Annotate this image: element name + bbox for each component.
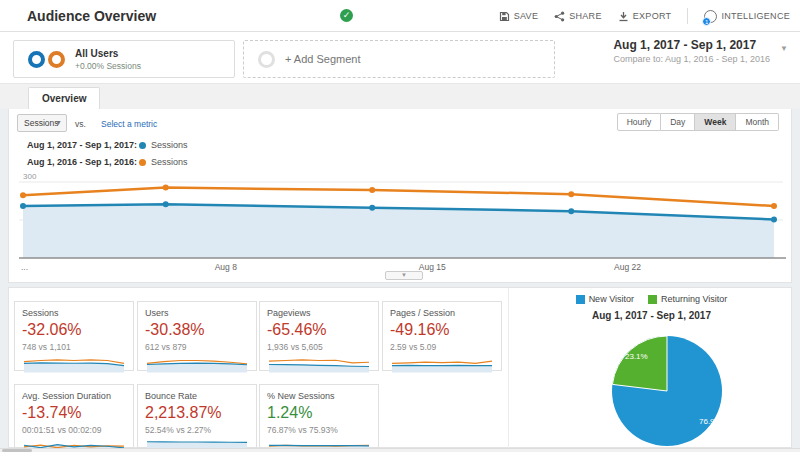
svg-text:76.9%: 76.9%	[699, 417, 722, 426]
metric-card-pageviews: Pageviews-65.46%1,936 vs 5,605	[259, 301, 379, 371]
legend-dot-blue-icon	[139, 142, 146, 149]
export-label: EXPORT	[633, 11, 672, 21]
app-header: Audience Overview ✓ SAVE SHARE EXPORT 1 …	[0, 0, 800, 32]
metric-sparkline	[390, 355, 494, 373]
save-button[interactable]: SAVE	[499, 11, 539, 22]
legend-series-label: Sessions	[151, 140, 188, 150]
date-range-compare: Compare to: Aug 1, 2016 - Sep 1, 2016	[613, 54, 770, 64]
svg-text:23.1%: 23.1%	[625, 352, 648, 361]
visitor-type-pie-chart: 76.9%23.1%	[584, 325, 734, 449]
metric-delta: -32.06%	[22, 321, 126, 339]
granularity-day-button[interactable]: Day	[661, 113, 695, 131]
vs-label: vs.	[75, 119, 86, 129]
metric-delta: -13.74%	[22, 404, 126, 422]
metric-sparkline	[267, 355, 371, 373]
date-range-primary: Aug 1, 2017 - Sep 1, 2017	[613, 38, 770, 52]
metric-comparison: 2.59 vs 5.09	[390, 342, 494, 352]
metric-title: Pageviews	[267, 308, 371, 318]
metric-card-pages-session: Pages / Session-49.16%2.59 vs 5.09	[382, 301, 502, 371]
new-visitor-swatch-icon	[576, 295, 585, 304]
metric-delta: -30.38%	[145, 321, 249, 339]
metric-card-avg-session-duration: Avg. Session Duration-13.74%00:01:51 vs …	[14, 384, 134, 448]
metric-comparison: 612 vs 879	[145, 342, 249, 352]
horizontal-scrollbar	[0, 448, 800, 452]
granularity-toggle: Hourly Day Week Month	[617, 113, 779, 131]
metric-delta: 1.24%	[267, 404, 371, 422]
metric-title: % New Sessions	[267, 391, 371, 401]
date-range-selector[interactable]: Aug 1, 2017 - Sep 1, 2017 Compare to: Au…	[613, 38, 770, 64]
tab-overview[interactable]: Overview	[28, 87, 100, 109]
legend-row-current: Aug 1, 2017 - Sep 1, 2017: Sessions	[27, 140, 188, 150]
metric-title: Avg. Session Duration	[22, 391, 126, 401]
header-separator	[687, 8, 688, 24]
add-segment-label: + Add Segment	[285, 53, 361, 65]
select-a-metric-link[interactable]: Select a metric	[101, 119, 157, 129]
metrics-and-pie-panel: Sessions-32.06%748 vs 1,101Users-30.38%6…	[8, 287, 792, 448]
svg-text:Aug 22: Aug 22	[614, 262, 641, 272]
metric-delta: -49.16%	[390, 321, 494, 339]
metric-card--new-sessions: % New Sessions1.24%76.87% vs 75.93%	[259, 384, 379, 448]
pie-legend: New Visitor Returning Visitor	[514, 294, 789, 304]
metric-dropdown-caret-icon: ▼	[55, 115, 62, 131]
export-button[interactable]: EXPORT	[618, 11, 672, 22]
metric-delta: 2,213.87%	[145, 404, 249, 422]
pie-date-title: Aug 1, 2017 - Sep 1, 2017	[514, 310, 789, 321]
intelligence-badge: 1	[702, 17, 711, 26]
returning-visitor-label: Returning Visitor	[661, 294, 727, 304]
sessions-line-chart: 150300...Aug 8Aug 15Aug 22	[11, 170, 791, 272]
segment-title: All Users	[75, 48, 141, 59]
legend-series-label: Sessions	[151, 157, 188, 167]
svg-text:300: 300	[23, 172, 37, 181]
tab-band: Overview	[0, 84, 800, 109]
metric-dropdown[interactable]: Sessions ▼	[17, 114, 67, 132]
returning-visitor-swatch-icon	[648, 295, 657, 304]
header-actions: SAVE SHARE EXPORT 1 INTELLIGENCE	[499, 0, 790, 32]
new-visitor-label: New Visitor	[589, 294, 634, 304]
segment-subtitle: +0.00% Sessions	[75, 61, 141, 71]
svg-text:...: ...	[21, 262, 28, 272]
metric-comparison: 76.87% vs 75.93%	[267, 425, 371, 435]
metric-comparison: 52.54% vs 2.27%	[145, 425, 249, 435]
share-button[interactable]: SHARE	[554, 11, 602, 22]
segment-donut-orange-icon	[48, 51, 65, 68]
metric-sparkline	[22, 355, 126, 373]
granularity-hourly-button[interactable]: Hourly	[617, 113, 662, 131]
share-icon	[554, 11, 565, 22]
chart-collapse-handle[interactable]: ▼	[385, 271, 423, 280]
metric-title: Sessions	[22, 308, 126, 318]
segment-all-users[interactable]: All Users +0.00% Sessions	[13, 40, 235, 78]
svg-text:Aug 15: Aug 15	[419, 262, 446, 272]
legend-row-previous: Aug 1, 2016 - Sep 1, 2016: Sessions	[27, 157, 188, 167]
metric-comparison: 748 vs 1,101	[22, 342, 126, 352]
pie-legend-new-visitor: New Visitor	[576, 294, 634, 304]
metric-title: Bounce Rate	[145, 391, 249, 401]
granularity-month-button[interactable]: Month	[736, 113, 779, 131]
metric-title: Users	[145, 308, 249, 318]
svg-text:Aug 8: Aug 8	[215, 262, 237, 272]
metric-delta: -65.46%	[267, 321, 371, 339]
segments-band: All Users +0.00% Sessions + Add Segment …	[0, 32, 800, 84]
export-download-icon	[618, 11, 629, 22]
page-title: Audience Overview	[27, 8, 156, 24]
panel-divider	[508, 288, 509, 449]
metric-comparison: 00:01:51 vs 00:02:09	[22, 425, 126, 435]
date-range-caret-icon[interactable]: ▼	[780, 44, 788, 53]
share-label: SHARE	[569, 11, 602, 21]
granularity-week-button[interactable]: Week	[695, 113, 736, 131]
legend-dot-orange-icon	[139, 159, 146, 166]
legend-date-label: Aug 1, 2016 - Sep 1, 2016:	[27, 157, 139, 167]
chart-panel: Sessions ▼ vs. Select a metric Hourly Da…	[8, 109, 792, 283]
save-label: SAVE	[514, 11, 539, 21]
intelligence-label: INTELLIGENCE	[721, 11, 790, 21]
intelligence-icon: 1	[704, 10, 717, 23]
metric-card-users: Users-30.38%612 vs 879	[137, 301, 257, 371]
metric-dropdown-value: Sessions	[24, 118, 59, 128]
metric-card-sessions: Sessions-32.06%748 vs 1,101	[14, 301, 134, 371]
pie-legend-returning-visitor: Returning Visitor	[648, 294, 727, 304]
segment-donut-blue-icon	[28, 51, 45, 68]
add-segment-circle-icon	[258, 51, 275, 68]
intelligence-button[interactable]: 1 INTELLIGENCE	[704, 10, 790, 23]
metric-card-bounce-rate: Bounce Rate2,213.87%52.54% vs 2.27%	[137, 384, 257, 448]
metric-comparison: 1,936 vs 5,605	[267, 342, 371, 352]
add-segment-button[interactable]: + Add Segment	[243, 40, 555, 78]
